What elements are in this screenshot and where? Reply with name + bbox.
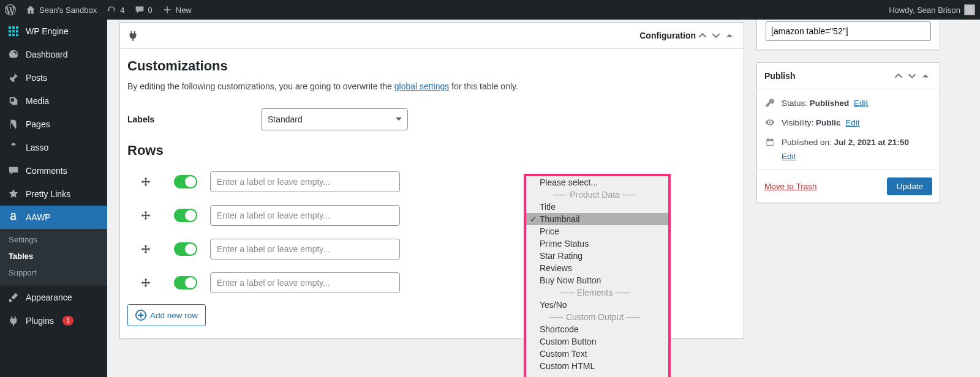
- dropdown-option[interactable]: Shortcode: [526, 323, 668, 335]
- update-button[interactable]: Update: [887, 177, 932, 195]
- sidebar-label: WP Engine: [26, 26, 69, 36]
- dropdown-option[interactable]: Custom Button: [526, 335, 668, 348]
- toggle-panel-button[interactable]: [723, 29, 736, 42]
- dropdown-option[interactable]: Custom HTML: [526, 360, 668, 372]
- row-toggle[interactable]: [174, 175, 197, 188]
- edit-status-link[interactable]: Edit: [854, 99, 868, 108]
- sidebar-item-comments[interactable]: Comments: [0, 159, 107, 182]
- eye-icon: [764, 118, 775, 127]
- toggle-panel-button[interactable]: [919, 69, 932, 83]
- drag-handle[interactable]: [127, 176, 164, 187]
- dropdown-option[interactable]: Star Rating: [526, 250, 668, 262]
- sidebar-item-media[interactable]: Media: [0, 89, 107, 113]
- sidebar-item-pages[interactable]: Pages: [0, 113, 107, 136]
- sidebar-label: Pretty Links: [26, 189, 70, 199]
- sidebar-item-aawp[interactable]: AAWP: [0, 206, 107, 229]
- submenu-support[interactable]: Support: [0, 264, 107, 281]
- new-link[interactable]: New: [157, 0, 197, 20]
- account-link[interactable]: Howdy, Sean Brison: [884, 0, 980, 20]
- svg-rect-1: [12, 26, 15, 29]
- row-label-input[interactable]: [210, 272, 400, 293]
- row-toggle[interactable]: [174, 242, 197, 256]
- sidebar-item-prettylinks[interactable]: Pretty Links: [0, 182, 107, 206]
- sidebar-item-plugins[interactable]: Plugins1: [0, 309, 107, 332]
- publish-visibility-line: Visibility: Public Edit: [757, 113, 940, 132]
- drag-handle[interactable]: [127, 210, 164, 221]
- move-down-button[interactable]: [905, 69, 919, 83]
- desc-text: By editing the following customizations,…: [127, 81, 394, 91]
- dropdown-option[interactable]: Thumbnail: [526, 213, 668, 225]
- shortcode-metabox: [756, 20, 940, 50]
- config-header-title: Configuration: [143, 31, 696, 40]
- move-to-trash-link[interactable]: Move to Trash: [764, 182, 817, 191]
- sidebar-item-appearance[interactable]: Appearance: [0, 286, 107, 309]
- edit-visibility-link[interactable]: Edit: [845, 118, 859, 127]
- dropdown-option[interactable]: Price: [526, 225, 668, 237]
- lasso-icon: [7, 141, 20, 154]
- row-type-dropdown[interactable]: Please select...----- Product Data -----…: [524, 174, 671, 377]
- dropdown-option[interactable]: Custom Text: [526, 348, 668, 360]
- plug-icon: [127, 30, 138, 41]
- media-icon: [7, 95, 20, 107]
- admin-bar: Sean's Sandbox 4 0 New Howdy, Sean Briso…: [0, 0, 980, 20]
- home-icon: [26, 5, 36, 15]
- dropdown-option[interactable]: Title: [526, 201, 668, 213]
- sidebar-item-wpengine[interactable]: WP Engine: [0, 20, 107, 43]
- row-toggle[interactable]: [174, 209, 197, 222]
- svg-rect-7: [12, 34, 15, 36]
- sidebar-label: Pages: [26, 119, 50, 129]
- comment-icon: [7, 165, 20, 177]
- sidebar-label: Media: [26, 96, 49, 106]
- status-label: Status:: [782, 99, 810, 108]
- dropdown-option[interactable]: Buy Now Button: [526, 274, 668, 286]
- drag-handle[interactable]: [127, 277, 164, 288]
- svg-rect-4: [12, 30, 15, 32]
- visibility-value: Public: [816, 118, 841, 127]
- star-icon: [7, 188, 20, 200]
- submenu-tables[interactable]: Tables: [0, 248, 107, 264]
- visibility-label: Visibility:: [782, 118, 816, 127]
- dashboard-icon: [7, 48, 20, 61]
- row-label-input[interactable]: [210, 205, 400, 226]
- row-label-input[interactable]: [210, 239, 400, 259]
- comments-link[interactable]: 0: [130, 0, 157, 20]
- dropdown-option[interactable]: Please select...: [526, 176, 668, 188]
- site-name-link[interactable]: Sean's Sandbox: [21, 0, 102, 20]
- admin-sidebar: WP Engine Dashboard Posts Media Pages La…: [0, 20, 107, 377]
- move-down-button[interactable]: [709, 29, 723, 42]
- dropdown-group: ----- Custom Output -----: [526, 311, 668, 323]
- shortcode-input[interactable]: [766, 21, 931, 41]
- pin-icon: [7, 72, 20, 84]
- sidebar-item-posts[interactable]: Posts: [0, 66, 107, 89]
- dropdown-option[interactable]: Prime Status: [526, 237, 668, 250]
- svg-rect-6: [9, 34, 11, 36]
- svg-rect-0: [9, 26, 11, 29]
- row-toggle[interactable]: [174, 276, 197, 289]
- sidebar-item-lasso[interactable]: Lasso: [0, 136, 107, 159]
- pages-icon: [7, 118, 20, 130]
- global-settings-link[interactable]: global settings: [394, 81, 450, 91]
- dropdown-option[interactable]: Yes/No: [526, 299, 668, 311]
- plus-icon: [162, 5, 172, 15]
- drag-handle[interactable]: [127, 244, 164, 255]
- labels-select[interactable]: Standard: [261, 108, 408, 130]
- sidebar-label: Appearance: [26, 293, 72, 302]
- dropdown-option[interactable]: Reviews: [526, 262, 668, 274]
- new-label: New: [176, 6, 192, 15]
- status-value: Published: [810, 99, 850, 108]
- add-row-button[interactable]: Add new row: [127, 304, 206, 326]
- calendar-icon: [764, 137, 775, 147]
- move-up-button[interactable]: [696, 29, 709, 42]
- updates-count: 4: [120, 6, 124, 15]
- wp-logo[interactable]: [0, 0, 21, 20]
- sidebar-item-dashboard[interactable]: Dashboard: [0, 43, 107, 66]
- dropdown-group: ----- Product Data -----: [526, 188, 668, 201]
- avatar-icon: [964, 4, 975, 15]
- customizations-desc: By editing the following customizations,…: [127, 81, 736, 91]
- row-label-input[interactable]: [210, 171, 400, 192]
- submenu-settings[interactable]: Settings: [0, 231, 107, 248]
- edit-date-link[interactable]: Edit: [782, 152, 796, 161]
- move-up-button[interactable]: [892, 69, 905, 83]
- updates-link[interactable]: 4: [102, 0, 129, 20]
- brush-icon: [7, 291, 20, 304]
